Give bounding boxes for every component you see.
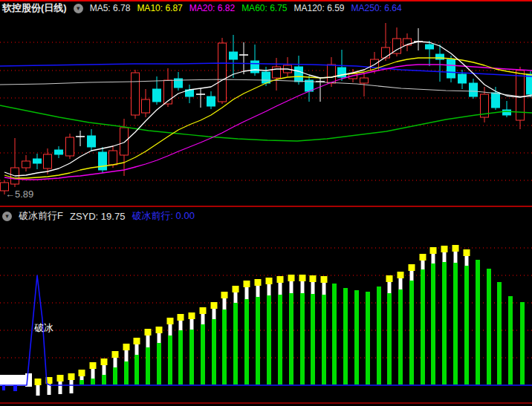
indicator-bar-cap (156, 327, 163, 333)
indicator-bar-green (520, 302, 525, 384)
ma-line-ma60 (0, 105, 532, 141)
candle (218, 43, 227, 102)
chevron-down-icon[interactable]: ▾ (2, 212, 12, 221)
indicator-bar-green (244, 299, 249, 384)
indicator-bar-stem (135, 344, 139, 355)
indicator-bar-cap (145, 329, 152, 335)
indicator-bar-green (421, 269, 425, 384)
indicator-bar-cap (420, 254, 426, 261)
indicator-bar-stem (213, 308, 216, 319)
indicator-bar-cap (90, 362, 97, 369)
indicator-bar-stem (146, 335, 150, 347)
indicator-bar-cap (452, 245, 459, 252)
candle (132, 73, 140, 115)
indicator-bar-green (134, 355, 139, 384)
indicator-bar-green (146, 347, 150, 384)
main-chart-header: 软控股份(日线) ▾ MA5: 6.78 MA10: 6.87 MA20: 6.… (2, 1, 402, 15)
indicator-bar-green (124, 361, 129, 384)
indicator-bar-cap (277, 276, 284, 283)
indicator-bar-cap (233, 286, 239, 292)
indicator-bar-cap (112, 351, 119, 358)
indicator-bar-green (409, 281, 414, 384)
indicator-name: 破冰前行F (19, 209, 63, 223)
indicator-bar-cap (189, 312, 195, 319)
app-window: 软控股份(日线) ▾ MA5: 6.78 MA10: 6.87 MA20: 6.… (0, 0, 532, 406)
indicator-bar-green (157, 343, 161, 384)
zsyd-readout: ZSYD: 19.75 (70, 211, 125, 222)
indicator-bar-green (487, 269, 491, 384)
indicator-bar-stem (256, 285, 260, 297)
indicator-bar-green (387, 293, 392, 384)
indicator-bar-stem (301, 281, 305, 293)
indicator-bar-green (212, 319, 216, 384)
indicator-bar-stem (125, 350, 129, 361)
indicator-bar-green (256, 297, 260, 384)
indicator-bar-stem (91, 368, 95, 379)
sub-indicator-header: ▾ 破冰前行F ZSYD: 19.75 破冰前行: 0.00 (2, 209, 195, 223)
indicator-bar-cap (200, 307, 207, 314)
candle (458, 74, 467, 83)
indicator-bar-green (300, 293, 305, 384)
candle (527, 74, 532, 94)
indicator-bar-green (343, 288, 348, 384)
candle (88, 136, 96, 147)
indicator-bar-stem (279, 282, 282, 295)
indicator-bar-green (189, 330, 194, 384)
indicator-bar-cap (441, 246, 448, 252)
indicator-bar-stem (223, 298, 227, 310)
ma10-readout: MA10: 6.87 (137, 3, 182, 13)
indicator-bar-cap (123, 344, 130, 350)
ma250-readout: MA250: 6.64 (351, 3, 402, 13)
indicator-bar-green (354, 290, 359, 384)
indicator-bar-cap (299, 275, 306, 281)
indicator-bar-cap (68, 373, 75, 380)
indicator-bar-cap (35, 379, 42, 385)
candle (142, 99, 150, 113)
candle (470, 83, 478, 96)
candle (33, 159, 42, 163)
indicator-bar-cap (266, 278, 273, 284)
ma120-readout: MA120: 6.59 (294, 3, 345, 13)
indicator-white-block (0, 375, 26, 386)
chevron-down-icon[interactable]: ▾ (74, 4, 83, 13)
indicator-bar-stem (36, 384, 40, 396)
indicator-bar-stem (410, 270, 414, 281)
stock-title: 软控股份(日线) (2, 1, 67, 15)
indicator-bar-green (497, 282, 502, 384)
ma20-readout: MA20: 6.82 (189, 3, 235, 13)
indicator-bar-cap (134, 338, 140, 344)
indicator-bar-green (233, 303, 238, 384)
indicator-bar-green (453, 263, 458, 384)
indicator-bar-green (366, 292, 370, 384)
indicator-bar-stem (311, 281, 315, 294)
indicator-bar-cap (79, 370, 85, 376)
indicator-bar-stem (169, 324, 172, 335)
indicator-bar-stem (179, 320, 183, 330)
indicator-bar-green (102, 375, 106, 384)
indicator-bar-stem (465, 255, 469, 266)
candle (295, 67, 303, 82)
candle (447, 59, 455, 78)
candle (492, 93, 500, 108)
indicator-zero-line (0, 275, 532, 385)
chart-canvas[interactable] (0, 0, 532, 406)
indicator-bar-stem (322, 282, 326, 295)
candle (360, 78, 369, 83)
indicator-bar-green (201, 324, 205, 384)
indicator-bar-stem (267, 284, 271, 295)
candle (66, 137, 74, 156)
candle (55, 150, 63, 154)
ma5-readout: MA5: 6.78 (90, 3, 131, 13)
indicator-bar-green (377, 287, 381, 384)
indicator-bar-green (267, 295, 271, 384)
indicator-bar-stem (454, 251, 458, 263)
indicator-bar-stem (399, 278, 403, 289)
indicator-bar-cap (310, 275, 317, 282)
ma60-readout: MA60: 6.75 (241, 3, 287, 13)
indicator-bar-cap (386, 275, 393, 282)
indicator-bar-green (398, 289, 403, 384)
candle (262, 72, 270, 83)
indicator-blue-tick (2, 385, 5, 390)
indicator-bar-stem (103, 364, 106, 375)
indicator-bar-green (431, 263, 435, 384)
